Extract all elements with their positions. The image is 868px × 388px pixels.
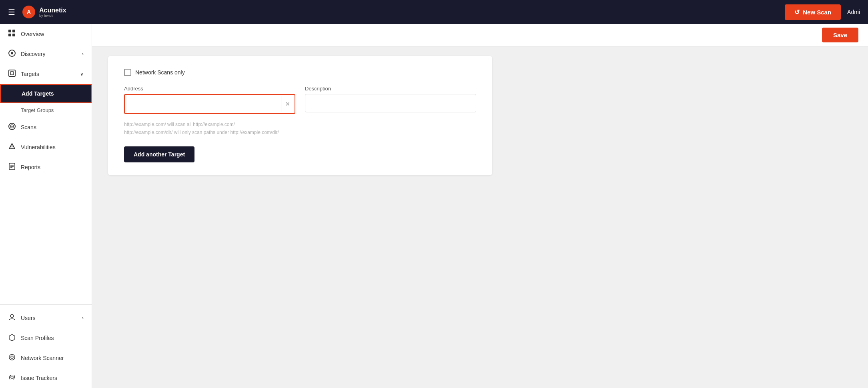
sidebar-item-add-targets[interactable]: Add Targets bbox=[0, 84, 92, 103]
sidebar-issue-trackers-label: Issue Trackers bbox=[21, 375, 57, 381]
targets-icon bbox=[8, 70, 16, 78]
sidebar-discovery-label: Discovery bbox=[21, 51, 45, 57]
svg-rect-2 bbox=[8, 30, 11, 32]
address-description-row: Address × Description bbox=[124, 86, 476, 114]
add-another-target-button[interactable]: Add another Target bbox=[124, 146, 194, 162]
vulnerabilities-icon bbox=[8, 143, 16, 152]
svg-rect-9 bbox=[10, 72, 14, 75]
logo-name: Acunetix bbox=[39, 7, 66, 14]
svg-point-21 bbox=[9, 354, 15, 360]
sidebar-item-scan-profiles[interactable]: Scan Profiles bbox=[0, 328, 92, 348]
address-label: Address bbox=[124, 86, 295, 92]
svg-point-22 bbox=[11, 356, 13, 358]
content-area: Network Scans only Address × Description bbox=[92, 46, 868, 388]
admin-label: Admi bbox=[847, 9, 860, 15]
address-group: Address × bbox=[124, 86, 295, 114]
sidebar-item-overview[interactable]: Overview bbox=[0, 24, 92, 44]
sidebar-vulnerabilities-label: Vulnerabilities bbox=[21, 144, 56, 150]
hamburger-icon[interactable]: ☰ bbox=[8, 7, 15, 17]
sidebar-target-groups-label: Target Groups bbox=[21, 107, 54, 113]
sidebar-targets-label: Targets bbox=[21, 71, 39, 77]
header-left: ☰ A Acunetix by Invicti bbox=[8, 5, 66, 19]
logo-subtitle: by Invicti bbox=[39, 14, 66, 18]
sub-header: Save bbox=[92, 24, 868, 46]
overview-icon bbox=[8, 30, 16, 38]
reports-icon bbox=[8, 163, 16, 172]
sidebar-item-reports[interactable]: Reports bbox=[0, 157, 92, 177]
description-group: Description bbox=[305, 86, 476, 114]
sidebar: Overview Discovery › Targets ∨ Add Targe… bbox=[0, 24, 92, 388]
address-input[interactable] bbox=[126, 96, 281, 112]
sidebar-scans-label: Scans bbox=[21, 124, 36, 130]
network-scanner-icon bbox=[8, 354, 16, 362]
svg-rect-4 bbox=[8, 34, 11, 36]
app-header: ☰ A Acunetix by Invicti ↺ New Scan Admi bbox=[0, 0, 868, 24]
sidebar-item-users[interactable]: Users › bbox=[0, 308, 92, 328]
sidebar-add-targets-label: Add Targets bbox=[22, 90, 54, 97]
svg-point-15 bbox=[12, 148, 12, 148]
discovery-chevron: › bbox=[82, 51, 84, 57]
sidebar-item-targets[interactable]: Targets ∨ bbox=[0, 64, 92, 84]
sidebar-item-discovery[interactable]: Discovery › bbox=[0, 44, 92, 64]
network-scans-row: Network Scans only bbox=[124, 69, 476, 76]
svg-rect-3 bbox=[12, 30, 15, 32]
logo-text-block: Acunetix by Invicti bbox=[39, 7, 66, 18]
sidebar-item-vulnerabilities[interactable]: Vulnerabilities bbox=[0, 137, 92, 157]
add-targets-card: Network Scans only Address × Description bbox=[108, 56, 492, 175]
network-scans-checkbox[interactable] bbox=[124, 69, 131, 76]
sidebar-item-issue-trackers[interactable]: Issue Trackers bbox=[0, 368, 92, 388]
users-chevron: › bbox=[82, 315, 84, 321]
svg-rect-8 bbox=[9, 70, 15, 76]
logo: A Acunetix by Invicti bbox=[22, 5, 66, 19]
discovery-icon bbox=[8, 50, 16, 58]
logo-icon: A bbox=[22, 5, 36, 19]
issue-trackers-icon bbox=[8, 374, 16, 382]
sidebar-item-scans[interactable]: Scans bbox=[0, 117, 92, 137]
svg-point-20 bbox=[10, 314, 14, 318]
svg-point-12 bbox=[12, 126, 13, 127]
sidebar-reports-label: Reports bbox=[21, 164, 40, 170]
svg-point-23 bbox=[11, 376, 13, 378]
scan-icon: ↺ bbox=[794, 8, 800, 16]
svg-text:A: A bbox=[27, 9, 31, 15]
sidebar-item-network-scanner[interactable]: Network Scanner bbox=[0, 348, 92, 368]
new-scan-label: New Scan bbox=[803, 9, 831, 16]
address-input-wrapper: × bbox=[124, 94, 295, 114]
hint-line1: http://example.com/ will scan all http:/… bbox=[124, 120, 476, 128]
sidebar-users-label: Users bbox=[21, 315, 36, 321]
app-layout: Overview Discovery › Targets ∨ Add Targe… bbox=[0, 24, 868, 388]
sidebar-network-scanner-label: Network Scanner bbox=[21, 355, 64, 361]
targets-chevron: ∨ bbox=[80, 71, 84, 77]
new-scan-button[interactable]: ↺ New Scan bbox=[785, 4, 841, 20]
svg-rect-5 bbox=[12, 34, 15, 36]
main-content: Save Network Scans only Address × bbox=[92, 24, 868, 388]
sidebar-scan-profiles-label: Scan Profiles bbox=[21, 335, 54, 341]
hint-line2: http://example.com/dir/ will only scan p… bbox=[124, 128, 476, 136]
sidebar-overview-label: Overview bbox=[21, 31, 44, 37]
network-scans-label: Network Scans only bbox=[135, 69, 185, 76]
address-clear-button[interactable]: × bbox=[281, 96, 294, 112]
save-button[interactable]: Save bbox=[822, 28, 858, 42]
scan-profiles-icon bbox=[8, 334, 16, 342]
hint-text: http://example.com/ will scan all http:/… bbox=[124, 120, 476, 137]
sidebar-item-target-groups[interactable]: Target Groups bbox=[0, 103, 92, 117]
header-right: ↺ New Scan Admi bbox=[785, 4, 860, 20]
description-label: Description bbox=[305, 86, 476, 92]
svg-point-7 bbox=[11, 52, 13, 54]
users-icon bbox=[8, 314, 16, 322]
description-input[interactable] bbox=[305, 94, 476, 112]
scans-icon bbox=[8, 123, 16, 132]
